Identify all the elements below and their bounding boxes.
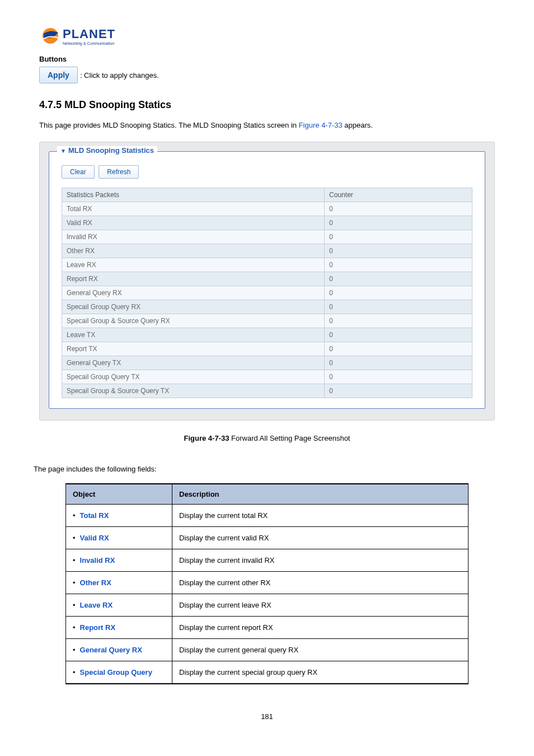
table-row: Total RX0 xyxy=(62,202,472,216)
fields-row: •Invalid RXDisplay the current invalid R… xyxy=(66,549,469,572)
field-description: Display the current total RX xyxy=(172,505,469,527)
field-object: •Valid RX xyxy=(66,527,172,549)
stat-value: 0 xyxy=(325,202,472,216)
caret-down-icon: ▼ xyxy=(60,148,66,154)
stat-name: Leave TX xyxy=(62,328,325,342)
fields-header-description: Description xyxy=(172,484,469,505)
fields-row: •General Query RXDisplay the current gen… xyxy=(66,639,469,661)
fields-row: •Valid RXDisplay the current valid RX xyxy=(66,527,469,549)
field-description: Display the current invalid RX xyxy=(172,549,469,572)
stat-value: 0 xyxy=(325,356,472,370)
stat-name: Specail Group & Source Query TX xyxy=(62,384,325,398)
field-object: •Total RX xyxy=(66,505,172,527)
stat-value: 0 xyxy=(325,216,472,230)
field-object: •General Query RX xyxy=(66,639,172,661)
field-description: Display the current valid RX xyxy=(172,527,469,549)
figure-number: Figure 4-7-33 xyxy=(184,434,229,442)
field-object: •Other RX xyxy=(66,572,172,594)
field-object: •Invalid RX xyxy=(66,549,172,572)
stat-name: General Query RX xyxy=(62,286,325,300)
table-row: Other RX0 xyxy=(62,244,472,258)
table-row: Invalid RX0 xyxy=(62,230,472,244)
stat-value: 0 xyxy=(325,314,472,328)
table-row: Specail Group & Source Query RX0 xyxy=(62,314,472,328)
field-description: Display the current report RX xyxy=(172,617,469,639)
brand-logo: PLANET Networking & Communication xyxy=(39,22,495,49)
field-object: •Report RX xyxy=(66,617,172,639)
stat-name: Specail Group Query RX xyxy=(62,300,325,314)
table-row: Report TX0 xyxy=(62,342,472,356)
brand-name: PLANET xyxy=(63,27,115,41)
field-description: Display the current other RX xyxy=(172,572,469,594)
stat-value: 0 xyxy=(325,258,472,272)
table-row: Leave RX0 xyxy=(62,258,472,272)
field-description: Display the current special group query … xyxy=(172,661,469,684)
intro-pre: This page provides MLD Snooping Statics.… xyxy=(39,121,299,129)
panel-title: ▼MLD Snooping Statistics xyxy=(57,146,157,155)
stat-value: 0 xyxy=(325,328,472,342)
statistics-table: Statistics Packets Counter Total RX0 Val… xyxy=(62,188,472,398)
stats-header-counter: Counter xyxy=(325,188,472,202)
buttons-label: Buttons xyxy=(39,55,495,63)
stat-name: Other RX xyxy=(62,244,325,258)
stat-name: Specail Group & Source Query RX xyxy=(62,314,325,328)
table-row: General Query RX0 xyxy=(62,286,472,300)
figure-caption: Figure 4-7-33 Forward All Setting Page S… xyxy=(39,434,495,442)
panel-title-text: MLD Snooping Statistics xyxy=(68,146,154,155)
screenshot-panel: ▼MLD Snooping Statistics Clear Refresh S… xyxy=(39,142,495,421)
stat-name: Leave RX xyxy=(62,258,325,272)
figure-reference: Figure 4-7-33 xyxy=(299,121,343,129)
section-heading: 4.7.5 MLD Snooping Statics xyxy=(39,99,495,111)
stat-value: 0 xyxy=(325,272,472,286)
fields-row: •Report RXDisplay the current report RX xyxy=(66,617,469,639)
stat-value: 0 xyxy=(325,286,472,300)
field-object: •Leave RX xyxy=(66,594,172,617)
brand-tagline: Networking & Communication xyxy=(63,41,114,46)
intro-text: This page provides MLD Snooping Statics.… xyxy=(39,121,495,129)
intro-post: appears. xyxy=(343,121,373,129)
field-description: Display the current leave RX xyxy=(172,594,469,617)
table-row: Specail Group & Source Query TX0 xyxy=(62,384,472,398)
apply-description: : Click to apply changes. xyxy=(80,71,159,80)
fields-row: •Leave RXDisplay the current leave RX xyxy=(66,594,469,617)
stat-value: 0 xyxy=(325,230,472,244)
table-row: Specail Group Query TX0 xyxy=(62,370,472,384)
apply-button[interactable]: Apply xyxy=(39,67,78,83)
fields-table: Object Description •Total RXDisplay the … xyxy=(65,483,469,684)
table-row: General Query TX0 xyxy=(62,356,472,370)
figure-caption-text: Forward All Setting Page Screenshot xyxy=(229,434,350,442)
refresh-button[interactable]: Refresh xyxy=(99,165,139,179)
stat-value: 0 xyxy=(325,384,472,398)
clear-button[interactable]: Clear xyxy=(62,165,95,179)
fields-row: •Other RXDisplay the current other RX xyxy=(66,572,469,594)
stat-name: Specail Group Query TX xyxy=(62,370,325,384)
stat-name: Invalid RX xyxy=(62,230,325,244)
fields-row: •Total RXDisplay the current total RX xyxy=(66,505,469,527)
table-row: Specail Group Query RX0 xyxy=(62,300,472,314)
field-object: •Special Group Query xyxy=(66,661,172,684)
table-row: Report RX0 xyxy=(62,272,472,286)
page-number: 181 xyxy=(39,712,495,721)
stat-name: Report RX xyxy=(62,272,325,286)
stat-name: Valid RX xyxy=(62,216,325,230)
stat-name: General Query TX xyxy=(62,356,325,370)
stats-header-packets: Statistics Packets xyxy=(62,188,325,202)
stat-value: 0 xyxy=(325,300,472,314)
stat-name: Report TX xyxy=(62,342,325,356)
fields-header-object: Object xyxy=(66,484,172,505)
stat-value: 0 xyxy=(325,342,472,356)
fields-intro: The page includes the following fields: xyxy=(34,465,495,473)
field-description: Display the current general query RX xyxy=(172,639,469,661)
stat-value: 0 xyxy=(325,370,472,384)
stat-name: Total RX xyxy=(62,202,325,216)
table-row: Leave TX0 xyxy=(62,328,472,342)
fields-row: •Special Group QueryDisplay the current … xyxy=(66,661,469,684)
table-row: Valid RX0 xyxy=(62,216,472,230)
stat-value: 0 xyxy=(325,244,472,258)
statistics-panel: ▼MLD Snooping Statistics Clear Refresh S… xyxy=(49,151,485,409)
